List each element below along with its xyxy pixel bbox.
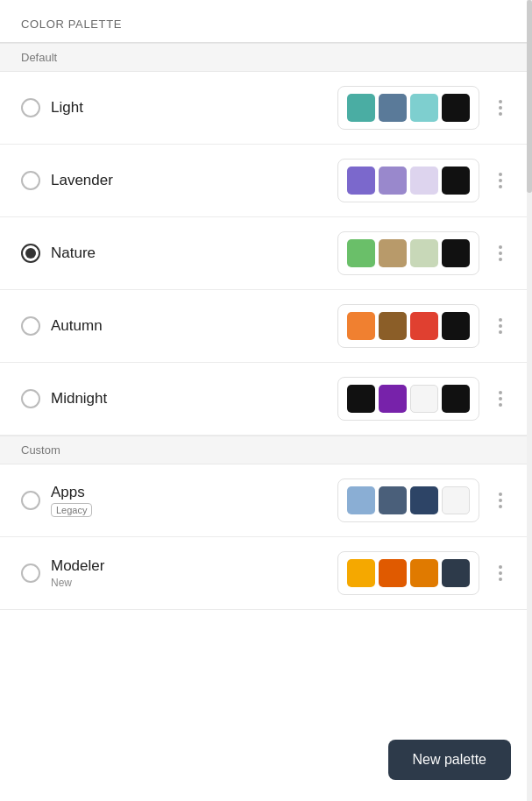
- swatch-lavender-3: [442, 167, 470, 195]
- swatch-light-1: [379, 94, 407, 122]
- new-palette-button[interactable]: New palette: [388, 740, 512, 780]
- swatches-light: [337, 86, 479, 130]
- swatch-light-3: [442, 94, 470, 122]
- palette-row-lavender: Lavender: [0, 145, 532, 217]
- swatches-modeler: [337, 551, 479, 595]
- swatch-lavender-0: [347, 167, 375, 195]
- palette-row-nature: Nature: [0, 217, 532, 290]
- more-button-lavender[interactable]: [490, 169, 511, 192]
- radio-lavender[interactable]: [21, 171, 40, 190]
- swatch-apps-3: [442, 486, 470, 514]
- palette-name-modeler: Modeler: [51, 557, 104, 575]
- palette-name-midnight: Midnight: [51, 390, 107, 408]
- swatches-apps: [337, 478, 479, 522]
- scrollbar-thumb[interactable]: [527, 0, 532, 193]
- swatch-light-0: [347, 94, 375, 122]
- section-default: DefaultLightLavenderNatureAutumnMidnight: [0, 43, 532, 436]
- swatch-lavender-1: [379, 167, 407, 195]
- radio-autumn[interactable]: [21, 316, 40, 336]
- radio-modeler[interactable]: [21, 564, 40, 583]
- palette-name-nature: Nature: [51, 245, 96, 262]
- more-button-midnight[interactable]: [490, 387, 511, 410]
- palette-row-modeler: ModelerNew: [0, 537, 532, 610]
- swatch-nature-2: [410, 239, 438, 267]
- swatch-autumn-1: [379, 312, 407, 340]
- section-custom: CustomAppsLegacyModelerNew: [0, 436, 532, 610]
- swatch-midnight-3: [442, 385, 470, 413]
- palette-row-autumn: Autumn: [0, 290, 532, 363]
- swatch-midnight-0: [347, 385, 375, 413]
- more-button-light[interactable]: [490, 96, 511, 119]
- swatches-lavender: [337, 159, 479, 202]
- swatch-autumn-2: [410, 312, 438, 340]
- section-label-custom: Custom: [0, 436, 532, 464]
- swatch-light-2: [410, 94, 438, 122]
- swatch-modeler-3: [442, 559, 470, 587]
- swatch-nature-0: [347, 239, 375, 267]
- palette-row-apps: AppsLegacy: [0, 464, 532, 537]
- swatches-autumn: [337, 304, 479, 348]
- swatch-apps-0: [347, 486, 375, 514]
- palette-name-apps: Apps: [51, 484, 92, 501]
- badge-modeler: New: [51, 577, 104, 589]
- palette-name-lavender: Lavender: [51, 172, 113, 189]
- swatch-midnight-1: [379, 385, 407, 413]
- palette-name-light: Light: [51, 99, 83, 117]
- swatch-apps-1: [379, 486, 407, 514]
- scrollbar-track[interactable]: [527, 0, 532, 801]
- swatch-midnight-2: [410, 385, 438, 413]
- swatch-autumn-0: [347, 312, 375, 340]
- section-label-default: Default: [0, 43, 532, 72]
- swatches-nature: [337, 231, 479, 275]
- more-button-nature[interactable]: [490, 242, 511, 265]
- swatches-midnight: [337, 377, 479, 421]
- swatch-apps-2: [410, 486, 438, 514]
- palette-name-autumn: Autumn: [51, 317, 103, 335]
- badge-apps: Legacy: [51, 503, 92, 517]
- swatch-modeler-0: [347, 559, 375, 587]
- radio-light[interactable]: [21, 98, 40, 117]
- swatch-modeler-2: [410, 559, 438, 587]
- radio-nature[interactable]: [21, 244, 40, 263]
- more-button-autumn[interactable]: [490, 315, 511, 337]
- more-button-modeler[interactable]: [490, 562, 511, 585]
- swatch-nature-3: [442, 239, 470, 267]
- radio-midnight[interactable]: [21, 389, 40, 408]
- palette-row-light: Light: [0, 72, 532, 145]
- page-title: COLOR PALETTE: [21, 18, 122, 31]
- swatch-modeler-1: [379, 559, 407, 587]
- swatch-lavender-2: [410, 167, 438, 195]
- radio-apps[interactable]: [21, 491, 40, 510]
- palette-row-midnight: Midnight: [0, 363, 532, 436]
- more-button-apps[interactable]: [490, 489, 511, 512]
- header: COLOR PALETTE: [0, 0, 532, 43]
- swatch-autumn-3: [442, 312, 470, 340]
- swatch-nature-1: [379, 239, 407, 267]
